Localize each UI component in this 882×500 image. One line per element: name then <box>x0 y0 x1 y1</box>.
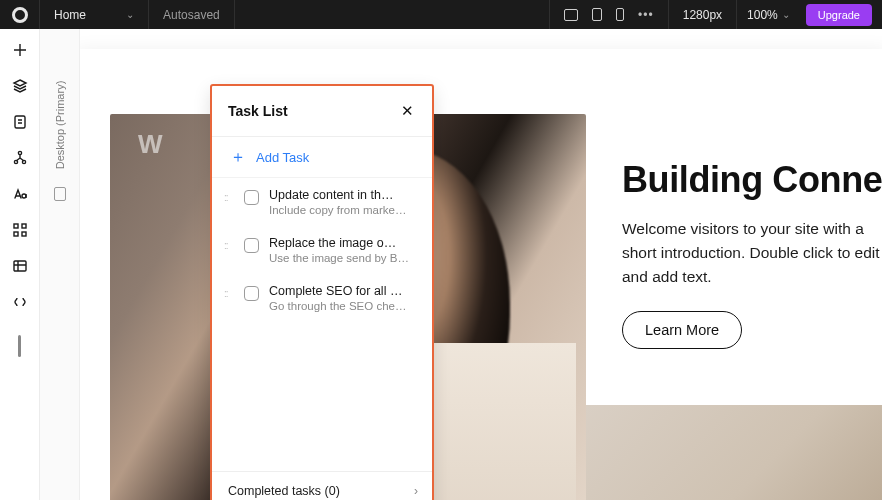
app-logo[interactable] <box>0 0 40 29</box>
chevron-right-icon: › <box>414 484 418 498</box>
typography-icon[interactable] <box>11 185 29 203</box>
svg-rect-7 <box>14 232 18 236</box>
task-row: :: Replace the image o… Use the image se… <box>212 226 432 274</box>
task-list-panel: Task List ✕ ＋ Add Task :: Update content… <box>210 84 434 500</box>
task-title: Complete SEO for all … <box>269 284 406 298</box>
desktop-icon[interactable] <box>564 9 578 21</box>
task-items-container: :: Update content in th… Include copy fr… <box>212 178 432 471</box>
task-description: Go through the SEO che… <box>269 300 406 312</box>
svg-rect-0 <box>15 116 25 128</box>
layers-icon[interactable] <box>11 77 29 95</box>
task-title: Update content in th… <box>269 188 406 202</box>
left-tool-rail <box>0 29 40 500</box>
site-structure-icon[interactable] <box>11 149 29 167</box>
phone-icon[interactable] <box>616 8 624 21</box>
code-icon[interactable] <box>11 293 29 311</box>
learn-more-button[interactable]: Learn More <box>622 311 742 349</box>
task-checkbox[interactable] <box>244 286 259 301</box>
design-canvas[interactable]: W Building Connection Welcome visitors t… <box>80 29 882 500</box>
rail-active-indicator <box>18 335 21 357</box>
completed-tasks-label: Completed tasks (0) <box>228 484 340 498</box>
drag-handle-icon[interactable]: :: <box>224 288 234 299</box>
canvas-width-display[interactable]: 1280px <box>669 0 737 29</box>
chevron-down-icon: ⌄ <box>782 9 790 20</box>
task-body[interactable]: Replace the image o… Use the image send … <box>269 236 409 264</box>
svg-rect-9 <box>14 261 26 271</box>
add-element-icon[interactable] <box>11 41 29 59</box>
task-list-title: Task List <box>228 103 288 119</box>
chevron-down-icon: ⌄ <box>126 9 134 20</box>
task-row: :: Update content in th… Include copy fr… <box>212 178 432 226</box>
plus-icon: ＋ <box>230 149 246 165</box>
task-title: Replace the image o… <box>269 236 409 250</box>
breakpoint-icon[interactable] <box>54 187 66 201</box>
pages-icon[interactable] <box>11 113 29 131</box>
autosave-label: Autosaved <box>163 8 220 22</box>
hero-heading[interactable]: Building Connection <box>622 159 882 201</box>
device-preview-group: ••• <box>549 0 669 29</box>
hero-body-text[interactable]: Welcome visitors to your site with a sho… <box>622 217 882 289</box>
add-task-button[interactable]: ＋ Add Task <box>212 137 432 178</box>
task-checkbox[interactable] <box>244 190 259 205</box>
hero-text-block[interactable]: Building Connection Welcome visitors to … <box>622 159 882 349</box>
upgrade-button[interactable]: Upgrade <box>806 4 872 26</box>
secondary-image[interactable] <box>586 405 882 500</box>
svg-rect-8 <box>22 232 26 236</box>
page-selector-label: Home <box>54 8 86 22</box>
breadcrumb-strip: Desktop (Primary) <box>40 29 80 500</box>
zoom-selector[interactable]: 100% ⌄ <box>737 0 800 29</box>
drag-handle-icon[interactable]: :: <box>224 192 234 203</box>
tablet-icon[interactable] <box>592 8 602 21</box>
autosave-status: Autosaved <box>149 0 235 29</box>
svg-rect-6 <box>22 224 26 228</box>
top-bar: Home ⌄ Autosaved ••• 1280px 100% ⌄ Upgra… <box>0 0 882 29</box>
more-devices-icon[interactable]: ••• <box>638 8 654 22</box>
task-body[interactable]: Update content in th… Include copy from … <box>269 188 406 216</box>
task-description: Use the image send by B… <box>269 252 409 264</box>
svg-rect-5 <box>14 224 18 228</box>
page-selector[interactable]: Home ⌄ <box>40 0 149 29</box>
breadcrumb-label[interactable]: Desktop (Primary) <box>54 81 66 170</box>
canvas-width-label: 1280px <box>683 8 722 22</box>
task-checkbox[interactable] <box>244 238 259 253</box>
completed-tasks-toggle[interactable]: Completed tasks (0) › <box>212 471 432 500</box>
task-body[interactable]: Complete SEO for all … Go through the SE… <box>269 284 406 312</box>
apps-icon[interactable] <box>11 221 29 239</box>
drag-handle-icon[interactable]: :: <box>224 240 234 251</box>
close-icon[interactable]: ✕ <box>397 100 418 122</box>
cms-icon[interactable] <box>11 257 29 275</box>
task-row: :: Complete SEO for all … Go through the… <box>212 274 432 322</box>
task-list-header: Task List ✕ <box>212 86 432 137</box>
svg-point-1 <box>18 151 21 154</box>
task-description: Include copy from marke… <box>269 204 406 216</box>
add-task-label: Add Task <box>256 150 309 165</box>
zoom-label: 100% <box>747 8 778 22</box>
